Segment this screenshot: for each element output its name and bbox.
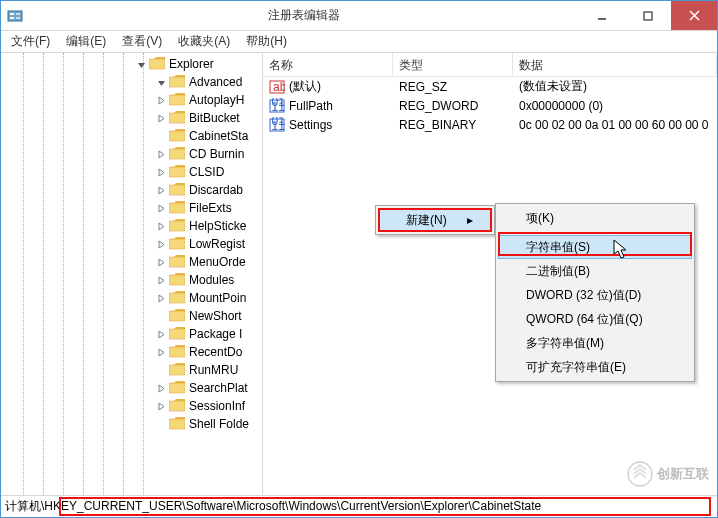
watermark: 创新互联 — [627, 461, 709, 487]
folder-icon — [169, 417, 185, 431]
tree-item[interactable]: RunMRU — [1, 361, 262, 379]
status-path: 计算机\HKEY_CURRENT_USER\Software\Microsoft… — [5, 498, 713, 515]
tree-item[interactable]: NewShort — [1, 307, 262, 325]
svg-text:ab: ab — [273, 80, 285, 94]
tree-item[interactable]: RecentDo — [1, 343, 262, 361]
tree-item[interactable]: FileExts — [1, 199, 262, 217]
svg-rect-3 — [16, 13, 20, 15]
folder-icon — [149, 57, 165, 71]
list-pane[interactable]: 名称 类型 数据 ab(默认) REG_SZ (数值未设置) 011110Ful… — [263, 53, 717, 495]
folder-icon — [169, 219, 185, 233]
folder-icon — [169, 255, 185, 269]
ctx-new[interactable]: 新建(N) ▸ — [378, 208, 492, 232]
titlebar[interactable]: 注册表编辑器 — [1, 1, 717, 31]
folder-icon — [169, 381, 185, 395]
tree-item[interactable]: LowRegist — [1, 235, 262, 253]
tree-item[interactable]: MountPoin — [1, 289, 262, 307]
folder-icon — [169, 147, 185, 161]
tree-pane[interactable]: ExplorerAdvancedAutoplayHBitBucketCabine… — [1, 53, 263, 495]
svg-rect-1 — [10, 13, 14, 15]
svg-text:110: 110 — [272, 119, 286, 133]
tree-item[interactable]: CabinetSta — [1, 127, 262, 145]
tree-item[interactable]: Shell Folde — [1, 415, 262, 433]
tree-item[interactable]: Discardab — [1, 181, 262, 199]
folder-icon — [169, 399, 185, 413]
ctx-item[interactable]: 字符串值(S) — [498, 235, 692, 259]
maximize-button[interactable] — [625, 1, 671, 30]
list-row[interactable]: ab(默认) REG_SZ (数值未设置) — [263, 77, 717, 96]
menu-view[interactable]: 查看(V) — [116, 31, 168, 52]
folder-icon — [169, 201, 185, 215]
ctx-item[interactable]: 可扩充字符串值(E) — [498, 355, 692, 379]
col-name[interactable]: 名称 — [263, 53, 393, 76]
tree-item[interactable]: SearchPlat — [1, 379, 262, 397]
folder-icon — [169, 363, 185, 377]
tree-item[interactable]: Advanced — [1, 73, 262, 91]
ctx-item[interactable]: DWORD (32 位)值(D) — [498, 283, 692, 307]
watermark-text: 创新互联 — [657, 465, 709, 483]
list-row[interactable]: 011110Settings REG_BINARY 0c 00 02 00 0a… — [263, 115, 717, 134]
binary-value-icon: 011110 — [269, 117, 285, 133]
minimize-button[interactable] — [579, 1, 625, 30]
context-menu[interactable]: 新建(N) ▸ — [375, 205, 495, 235]
svg-rect-2 — [10, 17, 14, 19]
folder-icon — [169, 129, 185, 143]
tree-item-explorer[interactable]: Explorer — [1, 55, 262, 73]
menu-edit[interactable]: 编辑(E) — [60, 31, 112, 52]
tree-item[interactable]: HelpSticke — [1, 217, 262, 235]
ctx-new-label: 新建(N) — [406, 212, 447, 229]
menubar: 文件(F) 编辑(E) 查看(V) 收藏夹(A) 帮助(H) — [1, 31, 717, 53]
folder-icon — [169, 165, 185, 179]
context-submenu[interactable]: 项(K)字符串值(S)二进制值(B)DWORD (32 位)值(D)QWORD … — [495, 203, 695, 382]
tree-item[interactable]: SessionInf — [1, 397, 262, 415]
ctx-item[interactable]: QWORD (64 位)值(Q) — [498, 307, 692, 331]
string-value-icon: ab — [269, 79, 285, 95]
folder-icon — [169, 291, 185, 305]
folder-icon — [169, 75, 185, 89]
close-button[interactable] — [671, 1, 717, 30]
chevron-right-icon: ▸ — [447, 213, 473, 227]
svg-rect-0 — [8, 11, 22, 21]
content-area: ExplorerAdvancedAutoplayHBitBucketCabine… — [1, 53, 717, 495]
tree-item[interactable]: Package I — [1, 325, 262, 343]
tree-item[interactable]: CD Burnin — [1, 145, 262, 163]
menu-file[interactable]: 文件(F) — [5, 31, 56, 52]
folder-icon — [169, 111, 185, 125]
tree-item[interactable]: AutoplayH — [1, 91, 262, 109]
col-type[interactable]: 类型 — [393, 53, 513, 76]
svg-text:110: 110 — [272, 100, 286, 114]
ctx-item[interactable]: 多字符串值(M) — [498, 331, 692, 355]
folder-icon — [169, 309, 185, 323]
col-data[interactable]: 数据 — [513, 53, 717, 76]
menu-favorites[interactable]: 收藏夹(A) — [172, 31, 236, 52]
folder-icon — [169, 327, 185, 341]
registry-editor-window: 注册表编辑器 文件(F) 编辑(E) 查看(V) 收藏夹(A) 帮助(H) Ex… — [0, 0, 718, 518]
tree-item[interactable]: MenuOrde — [1, 253, 262, 271]
list-row[interactable]: 011110FullPath REG_DWORD 0x00000000 (0) — [263, 96, 717, 115]
tree-item[interactable]: BitBucket — [1, 109, 262, 127]
ctx-item[interactable]: 项(K) — [498, 206, 692, 230]
folder-icon — [169, 345, 185, 359]
window-title: 注册表编辑器 — [29, 7, 579, 24]
list-header: 名称 类型 数据 — [263, 53, 717, 77]
svg-rect-4 — [16, 17, 20, 19]
svg-rect-6 — [644, 12, 652, 20]
folder-icon — [169, 273, 185, 287]
regedit-icon — [1, 8, 29, 24]
binary-value-icon: 011110 — [269, 98, 285, 114]
tree-item[interactable]: Modules — [1, 271, 262, 289]
menu-help[interactable]: 帮助(H) — [240, 31, 293, 52]
ctx-item[interactable]: 二进制值(B) — [498, 259, 692, 283]
statusbar: 计算机\HKEY_CURRENT_USER\Software\Microsoft… — [1, 495, 717, 517]
folder-icon — [169, 237, 185, 251]
folder-icon — [169, 93, 185, 107]
tree-item[interactable]: CLSID — [1, 163, 262, 181]
folder-icon — [169, 183, 185, 197]
